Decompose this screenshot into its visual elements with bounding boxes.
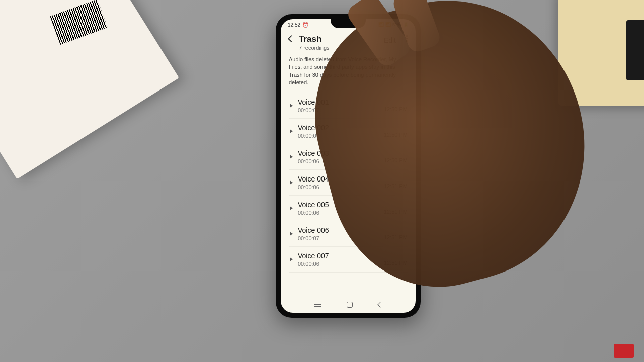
watermark-icon xyxy=(614,344,634,358)
nav-home-button[interactable] xyxy=(347,302,353,308)
play-icon[interactable] xyxy=(290,257,293,261)
play-icon[interactable] xyxy=(290,232,293,236)
item-duration: 00:00:06 xyxy=(298,261,379,267)
alarm-icon: ⏰ xyxy=(302,22,308,28)
play-icon[interactable] xyxy=(290,155,293,159)
play-icon[interactable] xyxy=(290,104,293,108)
barcode-icon xyxy=(50,0,107,45)
clamp-hardware xyxy=(626,20,644,80)
nav-recents-button[interactable] xyxy=(314,304,321,305)
back-button[interactable] xyxy=(288,35,295,42)
play-icon[interactable] xyxy=(290,129,293,133)
nav-bar xyxy=(281,297,416,313)
nav-back-button[interactable] xyxy=(378,302,383,307)
play-icon[interactable] xyxy=(290,206,293,210)
status-time: 12:52 xyxy=(288,22,300,28)
play-icon[interactable] xyxy=(290,180,293,185)
